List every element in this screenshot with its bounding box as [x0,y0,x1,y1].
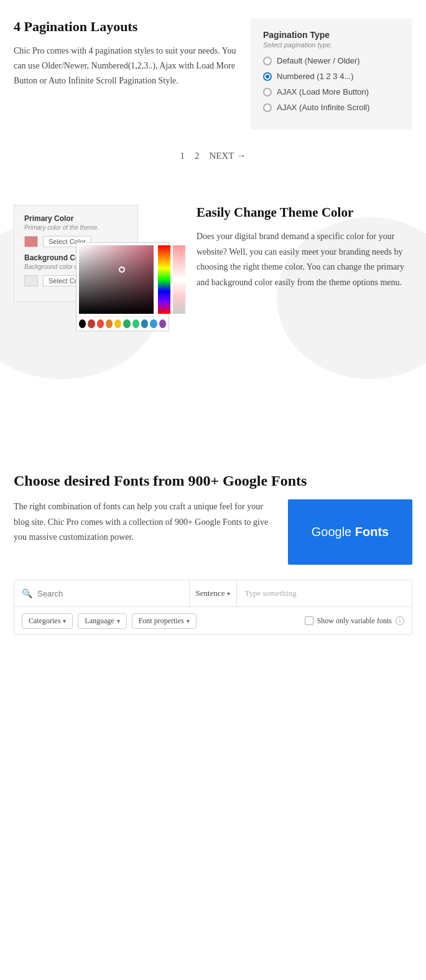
pagination-option-numbered-label: Numbered (1 2 3 4...) [277,72,354,81]
variable-fonts-checkbox[interactable] [305,616,313,625]
type-placeholder: Type something [244,588,296,598]
primary-color-label: Primary Color [24,214,127,223]
swatch-green-dark[interactable] [123,319,130,328]
pagination-option-ajax-more-label: AJAX (Load More Button) [277,87,369,97]
picker-gradient-row [76,243,169,316]
page-number-1[interactable]: 1 [180,151,185,161]
bg-color-swatch [24,275,38,286]
search-row: 🔍 Sentence ▾ Type something [14,580,412,607]
radio-numbered[interactable] [263,72,272,81]
fonts-search-ui: 🔍 Sentence ▾ Type something Categories ▾… [14,580,412,635]
radio-default[interactable] [263,57,272,65]
pagination-text: Chic Pro comes with 4 pagination styles … [14,44,238,88]
pagination-option-numbered[interactable]: Numbered (1 2 3 4...) [263,72,400,81]
primary-color-sublabel: Primary color of the theme. [24,224,127,231]
radio-ajax-more[interactable] [263,88,272,97]
language-label: Language [85,616,114,626]
picker-sliders [155,245,170,314]
pagination-title: 4 Pagination Layouts [14,19,238,35]
pagination-option-ajax-more[interactable]: AJAX (Load More Button) [263,87,400,97]
picker-alpha-slider [172,245,185,314]
sentence-label: Sentence [196,588,225,598]
search-input[interactable] [37,589,182,598]
pagination-description: 4 Pagination Layouts Chic Pro comes with… [14,19,238,88]
fonts-label: Fonts [355,525,389,539]
chevron-down-icon: ▾ [117,618,120,624]
fonts-text: The right combination of fonts can help … [14,499,276,545]
search-input-wrap[interactable]: 🔍 [14,580,190,606]
pagination-section: 4 Pagination Layouts Chic Pro comes with… [0,0,426,142]
color-section-inner: Primary Color Primary color of the theme… [0,199,426,302]
color-description: Easily Change Theme Color Does your digi… [182,199,412,290]
primary-color-swatch [24,236,38,247]
color-title: Easily Change Theme Color [197,205,412,220]
color-swatches-row [76,316,169,331]
pagination-type-card: Pagination Type Select pagination type. … [251,19,412,130]
pagination-option-ajax-infinite[interactable]: AJAX (Auto Infinite Scroll) [263,103,400,112]
color-text: Does your digital brand demand a specifi… [197,229,412,290]
color-picker-mockup: Primary Color Primary color of the theme… [14,205,182,302]
swatch-green[interactable] [132,319,139,328]
swatch-purple[interactable] [159,319,166,328]
variable-fonts-wrap[interactable]: Show only variable fonts i [305,616,404,626]
variable-fonts-label: Show only variable fonts [317,616,392,626]
color-picker-indicator [119,266,125,273]
pagination-nav: 1 2 NEXT → [0,142,426,180]
pagination-option-default[interactable]: Default (Newer / Older) [263,56,400,65]
fonts-content: The right combination of fonts can help … [14,499,412,565]
font-properties-label: Font properties [139,616,184,626]
google-fonts-label: Google Fonts [312,525,389,539]
swatch-yellow[interactable] [114,319,121,328]
google-label: Google [312,525,352,539]
swatch-red[interactable] [97,319,104,328]
font-properties-filter[interactable]: Font properties ▾ [132,613,197,629]
swatch-blue[interactable] [150,319,157,328]
arrow-right-icon: → [237,151,246,161]
chevron-down-icon: ▾ [63,618,66,624]
pagination-card-subtitle: Select pagination type. [263,41,400,49]
sentence-dropdown[interactable]: Sentence ▾ [190,580,238,606]
bottom-spacer [0,635,426,672]
page-number-2[interactable]: 2 [195,151,200,161]
swatch-black[interactable] [79,319,86,328]
fonts-section: Choose desired Fonts from 900+ Google Fo… [0,441,426,635]
color-gradient-square[interactable] [79,245,154,314]
swatch-blue-dark[interactable] [141,319,148,328]
theme-color-section: Primary Color Primary color of the theme… [0,180,426,441]
chevron-down-icon: ▾ [227,590,230,597]
categories-label: Categories [29,616,60,626]
categories-filter[interactable]: Categories ▾ [22,613,73,629]
swatch-orange[interactable] [106,319,113,328]
language-filter[interactable]: Language ▾ [78,613,126,629]
chevron-down-icon: ▾ [187,618,190,624]
hue-slider[interactable] [158,245,170,314]
alpha-slider[interactable] [173,245,185,314]
gradient-area[interactable] [79,245,154,314]
pagination-option-default-label: Default (Newer / Older) [277,56,360,65]
google-fonts-badge: Google Fonts [288,499,412,565]
info-icon[interactable]: i [396,616,404,625]
swatch-red-dark[interactable] [88,319,95,328]
pagination-option-ajax-infinite-label: AJAX (Auto Infinite Scroll) [277,103,370,112]
color-picker-widget[interactable] [76,242,169,331]
pagination-next[interactable]: NEXT → [210,151,246,161]
pagination-card-title: Pagination Type [263,30,400,40]
filter-row: Categories ▾ Language ▾ Font properties … [14,607,412,634]
search-icon: 🔍 [22,588,32,599]
type-something-input[interactable]: Type something [237,580,412,606]
radio-ajax-infinite[interactable] [263,103,272,112]
fonts-description: The right combination of fonts can help … [14,499,276,545]
fonts-title: Choose desired Fonts from 900+ Google Fo… [14,473,412,489]
